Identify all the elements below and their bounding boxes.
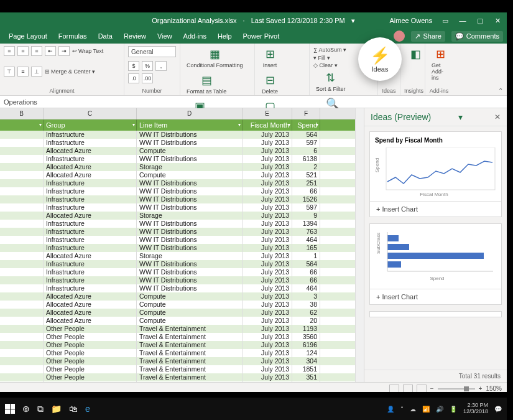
table-row[interactable]: Allocated AzureComputeJuly 20136 (0, 147, 355, 155)
header-spend[interactable]: Spend (292, 119, 320, 131)
wrap-text-button[interactable]: ↩Wrap Text (72, 48, 103, 54)
view-normal-button[interactable] (389, 385, 399, 393)
align-center-button[interactable]: ≡ (17, 46, 29, 56)
number-format-dropdown[interactable]: General (128, 46, 176, 57)
table-row[interactable]: InfrastructureWW IT DistributionsJuly 20… (0, 220, 355, 228)
maximize-button[interactable]: ▢ (476, 17, 484, 25)
table-row[interactable]: InfrastructureWW IT DistributionsJuly 20… (0, 203, 355, 212)
table-row[interactable]: Allocated AzureComputeJuly 20133 (0, 292, 355, 301)
table-row[interactable]: InfrastructureWW IT DistributionsJuly 20… (0, 187, 355, 195)
table-row[interactable]: InfrastructureWW IT DistributionsJuly 20… (0, 268, 355, 276)
close-button[interactable]: ✕ (493, 17, 502, 25)
notifications-icon[interactable]: 💬 (494, 406, 502, 413)
indent-increase-button[interactable]: ⇥ (58, 46, 70, 56)
insert-chart-button-2[interactable]: + Insert Chart (370, 289, 501, 304)
header-fiscal-month[interactable]: Fiscal Month (243, 119, 292, 131)
tab-formulas[interactable]: Formulas (53, 30, 92, 42)
pane-dropdown-icon[interactable]: ▾ (458, 112, 463, 122)
onedrive-icon[interactable]: ☁ (410, 406, 416, 413)
inc-decimal-button[interactable]: .0 (128, 73, 139, 83)
table-row[interactable]: InfrastructureWW IT DistributionsJuly 20… (0, 195, 355, 203)
get-addins-button[interactable]: ⊞Get Add-ins (429, 46, 451, 82)
tab-review[interactable]: Review (119, 30, 151, 42)
minimize-button[interactable]: — (458, 17, 467, 24)
merge-center-button[interactable]: ⊞Merge & Center ▾ (45, 68, 95, 75)
table-row[interactable]: Allocated AzureStorageJuly 20131 (0, 252, 355, 260)
table-row[interactable]: Allocated AzureComputeJuly 201338 (0, 301, 355, 309)
zoom-out-button[interactable]: − (430, 385, 434, 392)
currency-button[interactable]: $ (128, 61, 139, 71)
zoom-level[interactable]: 150% (486, 385, 502, 392)
share-button[interactable]: ↗Share (411, 31, 445, 42)
tab-data[interactable]: Data (93, 30, 118, 42)
view-page-break-button[interactable] (417, 385, 427, 393)
percent-button[interactable]: % (142, 61, 153, 71)
idea-card-2[interactable]: SubClass Spend + Insert Chart (369, 223, 502, 305)
volume-icon[interactable]: 🔊 (436, 406, 443, 413)
insert-cells-button[interactable]: ⊞Insert (259, 46, 281, 70)
valign-top-button[interactable]: ⊤ (4, 67, 15, 77)
tab-power-pivot[interactable]: Power Pivot (238, 30, 285, 42)
align-left-button[interactable]: ≡ (4, 46, 15, 56)
table-row[interactable]: InfrastructureWW IT DistributionsJuly 20… (0, 228, 355, 236)
insert-chart-button-1[interactable]: + Insert Chart (370, 201, 501, 217)
table-row[interactable]: Allocated AzureComputeJuly 201362 (0, 309, 355, 317)
view-page-layout-button[interactable] (403, 385, 413, 393)
valign-mid-button[interactable]: ≡ (17, 67, 29, 77)
tab-page-layout[interactable]: Page Layout (4, 30, 52, 42)
delete-cells-button[interactable]: ⊟Delete (259, 72, 281, 96)
table-row[interactable]: Allocated AzureComputeJuly 201320 (0, 317, 355, 325)
table-row[interactable]: Other PeopleTravel & EntertainmentJuly 2… (0, 325, 355, 333)
table-row[interactable]: Allocated AzureStorageJuly 20139 (0, 212, 355, 220)
cortana-icon[interactable]: ⊚ (22, 404, 30, 414)
table-row[interactable]: InfrastructureWW IT DistributionsJuly 20… (0, 244, 355, 252)
people-icon[interactable]: 👤 (387, 406, 394, 413)
table-row[interactable]: InfrastructureWW IT DistributionsJuly 20… (0, 131, 355, 139)
store-icon[interactable]: 🛍 (69, 404, 78, 414)
comments-button[interactable]: 💬Comments (451, 31, 503, 42)
wifi-icon[interactable]: 📶 (422, 406, 430, 413)
table-row[interactable]: InfrastructureWW IT DistributionsJuly 20… (0, 260, 355, 268)
edge-icon[interactable]: e (85, 404, 90, 414)
header-blank[interactable] (0, 119, 44, 131)
start-button[interactable] (5, 404, 15, 414)
formula-bar[interactable]: Operations (0, 96, 507, 108)
header-line-item[interactable]: Line Item (137, 119, 243, 131)
zoom-in-button[interactable]: + (479, 385, 483, 392)
table-row[interactable]: InfrastructureWW IT DistributionsJuly 20… (0, 139, 355, 147)
table-row[interactable]: Other PeopleTravel & EntertainmentJuly 2… (0, 357, 355, 365)
idea-card-1[interactable]: Spend by Fiscal Month Spend Fiscal Month… (369, 131, 502, 217)
table-row[interactable]: InfrastructureWW IT DistributionsJuly 20… (0, 276, 355, 284)
collapse-ribbon-button[interactable]: ⌃ (498, 87, 503, 94)
sort-filter-button[interactable]: ⇅Sort & Filter (313, 70, 348, 93)
table-row[interactable]: Other PeopleTravel & EntertainmentJuly 2… (0, 349, 355, 357)
tab-help[interactable]: Help (213, 30, 237, 42)
table-row[interactable]: Allocated AzureComputeJuly 2013521 (0, 171, 355, 179)
tab-addins[interactable]: Add-ins (178, 30, 211, 42)
table-row[interactable]: InfrastructureWW IT DistributionsJuly 20… (0, 236, 355, 244)
table-row[interactable]: Other PeopleTravel & EntertainmentJuly 2… (0, 381, 355, 382)
spreadsheet-grid[interactable]: B C D E F Group Line Item Fiscal Month S… (0, 108, 355, 382)
battery-icon[interactable]: 🔋 (450, 406, 457, 413)
avatar[interactable] (394, 30, 405, 42)
format-as-table-button[interactable]: ▤Format as Table (184, 72, 229, 96)
table-row[interactable]: InfrastructureWW IT DistributionsJuly 20… (0, 284, 355, 292)
table-row[interactable]: InfrastructureWW IT DistributionsJuly 20… (0, 179, 355, 187)
close-pane-button[interactable]: ✕ (494, 113, 501, 121)
table-row[interactable]: Other PeopleTravel & EntertainmentJuly 2… (0, 373, 355, 381)
table-row[interactable]: InfrastructureWW IT DistributionsJuly 20… (0, 155, 355, 163)
header-group[interactable]: Group (44, 119, 137, 131)
task-view-icon[interactable]: ⧉ (37, 404, 44, 414)
vertical-scrollbar[interactable] (355, 108, 364, 382)
tab-view[interactable]: View (152, 30, 177, 42)
indent-decrease-button[interactable]: ⇤ (45, 46, 56, 56)
zoom-slider[interactable] (438, 388, 475, 390)
ribbon-options-button[interactable]: ▭ (441, 17, 450, 25)
table-row[interactable]: Other PeopleTravel & EntertainmentJuly 2… (0, 341, 355, 349)
idea-card-3[interactable] (369, 311, 502, 317)
align-right-button[interactable]: ≡ (31, 46, 42, 56)
valign-bot-button[interactable]: ⊥ (31, 67, 42, 77)
insights-button[interactable]: ◧ (404, 46, 427, 62)
table-row[interactable]: Allocated AzureStorageJuly 20132 (0, 163, 355, 171)
tray-up-icon[interactable]: ˄ (400, 406, 404, 413)
